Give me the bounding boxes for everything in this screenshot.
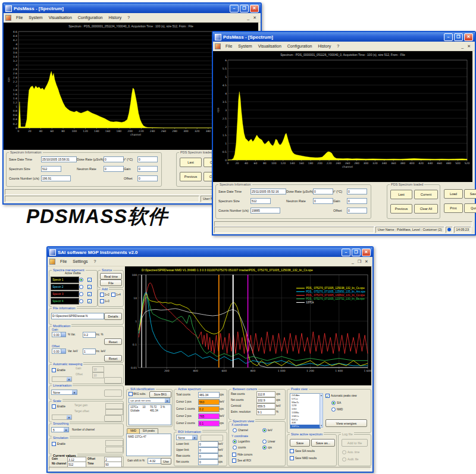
offset-spinner[interactable]: 0.00 (52, 349, 66, 354)
counts-number-field[interactable]: 196.91 (41, 175, 71, 181)
scale-mode-select[interactable] (52, 415, 72, 420)
view-energies-button[interactable]: View energies (325, 419, 367, 427)
save-date-field[interactable]: 25/10/2005 15:58:31 (41, 156, 77, 162)
load-button[interactable]: Load (444, 189, 463, 199)
add-1-3-checkbox[interactable] (100, 299, 104, 303)
gain-field[interactable]: 0 (137, 166, 158, 172)
menu-settings[interactable]: Settings (70, 259, 90, 264)
menu-history[interactable]: History (105, 15, 124, 20)
save-spectrum-button[interactable]: Save (290, 439, 310, 447)
file-path-field[interactable]: D:\Spectres\SPRD\essai N (51, 313, 104, 319)
see-all-roi-checkbox[interactable] (232, 459, 236, 463)
clear-all-button[interactable]: Clear All (414, 204, 438, 214)
close-button[interactable]: ✕ (362, 249, 371, 256)
gain-field[interactable]: 0 (347, 198, 367, 204)
last-button[interactable]: Last (390, 190, 412, 199)
offset-field[interactable]: 0 (347, 208, 367, 214)
current-button[interactable]: Current (414, 190, 438, 199)
audit-file-radio[interactable] (342, 457, 346, 462)
store-bkg-button[interactable]: Store BKG (149, 391, 171, 398)
dose-rate-field[interactable]: 0 (313, 189, 333, 194)
use-button[interactable]: Use (161, 458, 171, 464)
spectrum-2-active-radio[interactable] (79, 285, 83, 289)
dose-rate-field[interactable]: 0 (104, 156, 124, 162)
mdi-window-controls[interactable]: _ ✕ (461, 44, 474, 49)
scale-enable-checkbox[interactable] (52, 404, 56, 409)
add-1-2-checkbox[interactable] (100, 293, 104, 297)
counts-number-field[interactable]: 19885 (250, 208, 280, 214)
spectrum-4-visible-checkbox[interactable]: ✓ (87, 299, 92, 303)
menu-system[interactable]: System (26, 15, 45, 20)
last-button[interactable]: Last (180, 158, 202, 167)
hide-cursors-checkbox[interactable] (232, 453, 236, 457)
sweeping-gain-field[interactable]: 10 (92, 366, 104, 372)
temp-field[interactable]: 0 (347, 189, 367, 194)
menu-file[interactable]: File (223, 43, 235, 49)
simulation-field-2[interactable] (105, 447, 123, 453)
automatic-peaks-view-checkbox[interactable]: ✓ (325, 394, 330, 398)
gain-inc-field[interactable]: 0.2 (83, 332, 96, 338)
menu-file[interactable]: File (57, 259, 70, 264)
logarithm-radio[interactable] (233, 440, 237, 444)
add-to-file-button[interactable]: Add to file (342, 439, 368, 447)
save-date-field[interactable]: 25/11/2005 05:52:16 (250, 189, 286, 194)
menu-visualisation[interactable]: Visualisation (46, 15, 75, 20)
offset-reset-button[interactable]: Reset (104, 355, 122, 362)
gain-shift-field[interactable]: -4.32 (148, 458, 162, 464)
roi-apply-button[interactable] (201, 435, 223, 441)
sweeping-offset-field[interactable]: 10 (92, 372, 104, 378)
menu-visualisation[interactable]: Visualisation (255, 43, 284, 49)
sia-results-list[interactable]: 137Cs 10 70.72 3 % Globale 481.34 (129, 404, 171, 425)
nmd-radio[interactable] (331, 407, 336, 412)
offset-field[interactable]: 0 (137, 175, 158, 181)
temp-field[interactable]: 0 (137, 156, 158, 162)
sia-mode-select[interactable]: cps peak net area (129, 398, 170, 403)
neutron-rate-field[interactable]: 0 (104, 166, 124, 172)
spectrum-1-active-radio[interactable] (79, 278, 83, 282)
smoothing-select[interactable]: 5 (51, 427, 69, 432)
menu-history[interactable]: History (315, 43, 334, 49)
previous-button[interactable]: Previous (390, 204, 412, 214)
peak-item-selected[interactable]: 137Cs (290, 425, 320, 428)
spectrum-2-visible-checkbox[interactable]: ✓ (87, 285, 92, 289)
nmd-results-box[interactable]: NMD 137Cs 47 (126, 434, 171, 456)
quit-button[interactable]: Quit (464, 203, 476, 213)
gain-reset-button[interactable]: Reset (104, 338, 122, 345)
peaks-list[interactable]: 241Am 57Co 99mTc 123I 131I 133Ba 134Cs 6… (290, 393, 321, 429)
simulation-enable-checkbox[interactable] (52, 442, 56, 446)
titlebar-1[interactable]: PdsMass - [Spectrum] – ❐ ✕ (4, 4, 261, 13)
mdi-window-controls[interactable]: _ ✕ (247, 15, 259, 20)
menu-help[interactable]: ? (91, 259, 99, 264)
linearisation-select[interactable]: None (51, 390, 77, 395)
maximize-button[interactable]: ❐ (352, 249, 361, 256)
real-time-button[interactable]: Real time (100, 273, 122, 280)
menu-help[interactable]: ? (124, 15, 133, 20)
maximize-button[interactable]: ❐ (454, 33, 463, 41)
auto-time-radio[interactable] (342, 450, 346, 454)
titlebar-3[interactable]: SAI software MGP Instruments v2.0 – ❐ ✕ (48, 247, 372, 257)
sweeping-period-select[interactable] (52, 376, 72, 382)
spectrum-1-visible-checkbox[interactable]: ✓ (87, 278, 92, 282)
channel-radio[interactable] (233, 428, 237, 432)
target-offset-field[interactable] (105, 409, 123, 415)
menu-system[interactable]: System (235, 43, 255, 49)
sweeping-enable-checkbox[interactable] (52, 368, 56, 372)
spectrum-3-active-radio[interactable] (79, 292, 83, 296)
save-as-button[interactable]: Save as... (311, 439, 335, 447)
menu-help[interactable]: ? (334, 43, 342, 49)
save-sia-results-checkbox[interactable] (290, 449, 294, 453)
minimize-button[interactable]: – (444, 33, 453, 41)
offset-inc-field[interactable]: 1 (83, 349, 96, 354)
menu-configuration[interactable]: Configuration (75, 15, 106, 20)
save-button[interactable]: Save (464, 189, 476, 199)
linearisation-apply-button[interactable] (104, 390, 122, 397)
close-button[interactable]: ✕ (464, 33, 473, 41)
peaks-scrollbar[interactable] (320, 393, 323, 428)
spectrum-4-active-radio[interactable] (79, 299, 83, 303)
minimize-button[interactable]: – (342, 249, 350, 256)
previous-button[interactable]: Previous (180, 172, 202, 181)
roi-select[interactable]: None (176, 435, 198, 440)
sweeping-next-button[interactable] (104, 377, 122, 384)
cps-radio[interactable] (262, 445, 267, 450)
simulation-field-1[interactable] (105, 440, 123, 446)
